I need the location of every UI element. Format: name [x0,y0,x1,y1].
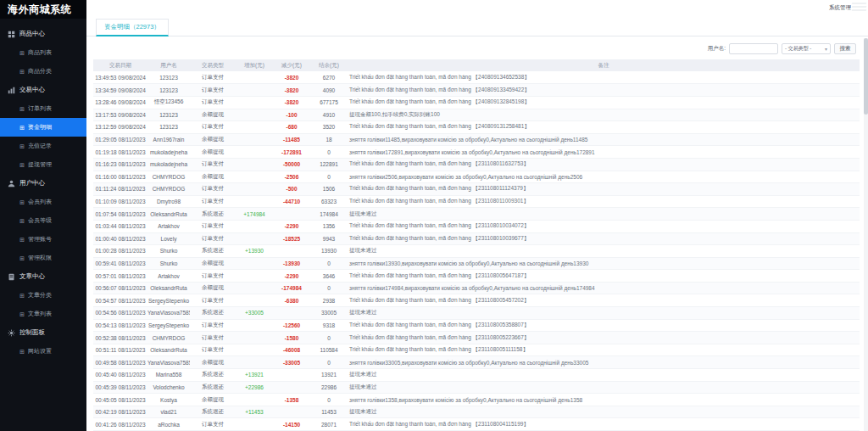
cell-date: 13:28:46 09/08/2024 [93,96,147,109]
sidebar-item[interactable]: ⊞充值记录 [0,137,86,155]
sidebar-item[interactable]: ⊞会员等级 [0,211,86,230]
topbar: 系统管理 [86,0,868,17]
cell-username: YanaVlasova7585 [147,307,190,320]
scrollbar[interactable] [864,38,868,431]
sidebar-item[interactable]: ⊞提现管理 [0,155,86,174]
cell-username: OleksandrRuta [147,344,190,356]
cell-remark: Triết khấu đơn đặt hàng thanh toán, mã đ… [348,332,860,344]
cell-remark: зняття голівки174984,вираховувати комісі… [348,282,860,294]
table-row: 01:16:00 08/11/2023CHMYRDOG余额提现-25060зня… [93,171,860,183]
table-row: 00:42:19 08/11/2023vlad21系统退还+1145311453… [93,406,860,418]
cell-remark: Triết khấu đơn đặt hàng thanh toán, mã đ… [348,344,860,356]
sidebar-item-label: 充值记录 [28,142,52,150]
cell-date: 01:03:44 08/11/2023 [93,220,147,232]
sidebar-item[interactable]: ⊞商品列表 [0,43,86,62]
cell-type: 系统退还 [190,369,236,382]
cell-date: 00:45:39 08/11/2023 [93,381,147,394]
cell-type: 余额提现 [190,394,236,406]
sidebar-item[interactable]: ⊞管理账号 [0,230,86,249]
cell-balance: 0 [310,171,348,183]
cell-balance: 33005 [310,307,348,320]
cell-type: 订单支付 [190,84,236,97]
sidebar-group[interactable]: 控制面板 [0,323,86,342]
cell-remark: 提现金额100,扣手续费0,实际到账100 [348,109,860,121]
cell-date: 00:59:41 08/11/2023 [93,257,147,270]
cell-increase [236,109,273,121]
cell-type: 系统退还 [190,307,236,320]
cell-decrease: -44710 [273,195,310,208]
cell-username: 悟空123456 [147,96,190,109]
cell-type: 订单支付 [190,158,236,171]
table-row: 13:28:46 09/08/2024悟空123456订单支付-38206771… [93,96,860,109]
cell-increase [236,257,273,270]
app-window: 海外商城系统 商品中心⊞商品列表⊞商品分类交易中心⊞订单列表⊞资金明细⊞充值记录… [0,0,868,431]
tab-bar: 资金明细（22973） [86,17,868,37]
doc-icon [8,273,15,281]
sidebar-item[interactable]: ⊞网站设置 [0,342,86,361]
sidebar-item[interactable]: ⊞商品分类 [0,62,86,81]
cell-username: vlad21 [147,406,190,418]
sidebar-item-label: 会员等级 [28,216,52,225]
cell-type: 订单支付 [190,195,236,208]
cell-remark: зняття голівки33005,вираховувати комісію… [348,356,860,369]
cell-decrease: -2290 [273,270,310,283]
table-row: 00:41:26 08/11/2023aRochka订单支付-141502807… [93,418,860,431]
cell-remark: Triết khấu đơn đặt hàng thanh toán, mã đ… [348,158,860,171]
cell-increase [236,294,273,307]
transaction-type-select[interactable]: - 交易类型 - ▾ [782,43,831,54]
table-row: 01:00:40 08/11/2023Lovely订单支付-185259943T… [93,232,860,245]
cell-type: 余额提现 [190,356,236,369]
cell-balance: 1506 [310,183,348,196]
cell-type: 余额提现 [190,133,236,146]
cell-type: 订单支付 [190,121,236,134]
sidebar-group[interactable]: 交易中心 [0,81,86,99]
cell-date: 01:10:09 08/11/2023 [93,195,147,208]
cell-date: 01:16:23 08/11/2023 [93,158,147,171]
cell-date: 00:56:07 08/11/2023 [93,282,147,294]
tab-funds-detail[interactable]: 资金明细（22973） [96,19,169,36]
cell-decrease: -1580 [273,332,310,344]
cell-decrease: -12560 [273,319,310,332]
cell-username: Volodchenko [147,381,190,394]
cell-balance: 0 [310,394,348,406]
cell-increase [236,332,273,344]
sidebar-item-label: 会员列表 [28,198,52,206]
cell-decrease: -2290 [273,220,310,232]
cell-type: 订单支付 [190,344,236,356]
sidebar-group[interactable]: 商品中心 [0,25,86,43]
sidebar-group[interactable]: 文章中心 [0,267,86,286]
cell-date: 00:41:26 08/11/2023 [93,418,147,431]
table-body: 13:49:53 09/08/2024123123订单支付-38206270Tr… [93,71,860,430]
cell-decrease: -100 [273,109,310,121]
cell-balance: 9318 [310,319,348,332]
cell-date: 13:49:53 09/08/2024 [93,71,147,84]
squared-plus-icon: ⊞ [19,106,25,112]
username-input[interactable] [729,43,778,54]
cell-date: 01:00:40 08/11/2023 [93,232,147,245]
squared-plus-icon: ⊞ [19,125,25,131]
sidebar-item[interactable]: ⊞管理权限 [0,249,86,267]
sidebar-item[interactable]: ⊞会员列表 [0,193,86,211]
system-admin-link[interactable]: 系统管理 [829,4,851,12]
sidebar-item-label: 管理账号 [28,235,52,243]
cell-remark: зняття голівки2506,вираховувати комісію … [348,171,860,183]
scrollbar-thumb[interactable] [864,38,868,115]
table-row: 00:52:38 08/11/2023CHMYRDOG订单支付-15800Tri… [93,332,860,344]
sidebar-item[interactable]: ⊞订单列表 [0,99,86,118]
cell-increase [236,418,273,431]
sidebar-group[interactable]: 用户中心 [0,174,86,193]
sidebar-item[interactable]: ⊞文章分类 [0,286,86,305]
chevron-down-icon: ▾ [825,46,827,52]
squared-plus-icon: ⊞ [19,237,25,243]
search-button[interactable]: 搜索 [834,43,856,54]
cell-remark: Triết khấu đơn đặt hàng thanh toán, mã đ… [348,195,860,208]
sidebar-item[interactable]: ⊞文章列表 [0,305,86,323]
table-row: 01:03:44 08/11/2023Artakhov订单支付-22901356… [93,220,860,232]
sidebar-item[interactable]: ⊞资金明细 [0,118,86,137]
cell-increase [236,71,273,84]
cell-decrease: -14150 [273,418,310,431]
cell-decrease: -3820 [273,71,310,84]
search-toolbar: 用户名: - 交易类型 - ▾ 搜索 [86,42,856,54]
sidebar-item-label: 商品分类 [28,67,52,76]
squared-plus-icon: ⊞ [19,349,25,355]
